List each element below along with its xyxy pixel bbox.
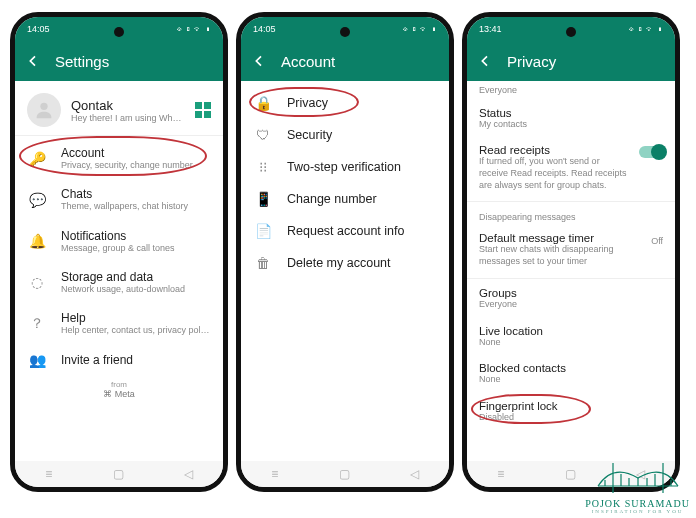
- item-title: Request account info: [287, 224, 437, 238]
- recent-icon[interactable]: ≡: [45, 467, 52, 481]
- qr-icon[interactable]: [195, 102, 211, 118]
- settings-item-storage[interactable]: ◌ Storage and data Network usage, auto-d…: [15, 262, 223, 303]
- status-time: 13:41: [479, 24, 502, 34]
- item-sub: Start new chats with disappearing messag…: [479, 244, 629, 267]
- item-title: Groups: [479, 287, 663, 299]
- page-title: Settings: [55, 53, 109, 70]
- from-meta: from ⌘ Meta: [15, 376, 223, 403]
- lock-icon: 🔒: [253, 95, 273, 111]
- account-item-delete[interactable]: 🗑 Delete my account: [241, 247, 449, 279]
- page-title: Account: [281, 53, 335, 70]
- key-icon: 🔑: [27, 151, 47, 167]
- privacy-item-groups[interactable]: Groups Everyone: [467, 281, 675, 319]
- meta-label: ⌘ Meta: [15, 389, 223, 399]
- people-icon: 👥: [27, 352, 47, 368]
- privacy-content: Everyone Status My contacts Read receipt…: [467, 81, 675, 461]
- privacy-item-default-timer[interactable]: Off Default message timer Start new chat…: [467, 226, 675, 275]
- item-sub: None: [479, 337, 663, 349]
- status-icons: ◎ ▯ ᯤ ▮: [403, 25, 437, 34]
- app-bar: Settings: [15, 41, 223, 81]
- from-label: from: [15, 380, 223, 389]
- settings-item-invite[interactable]: 👥 Invite a friend: [15, 344, 223, 376]
- account-item-change-number[interactable]: 📱 Change number: [241, 183, 449, 215]
- item-title: Invite a friend: [61, 353, 211, 367]
- privacy-item-live-location[interactable]: Live location None: [467, 319, 675, 357]
- data-icon: ◌: [27, 274, 47, 290]
- home-icon[interactable]: ▢: [565, 467, 576, 481]
- item-sub: If turned off, you won't send or receive…: [479, 156, 629, 191]
- account-item-two-step[interactable]: ⁝⁝ Two-step verification: [241, 151, 449, 183]
- privacy-top-cut[interactable]: Everyone: [467, 81, 675, 101]
- item-title: Blocked contacts: [479, 362, 663, 374]
- trash-icon: 🗑: [253, 255, 273, 271]
- privacy-item-status[interactable]: Status My contacts: [467, 101, 675, 139]
- item-title: Read receipts: [479, 144, 663, 156]
- item-title: Delete my account: [287, 256, 437, 270]
- item-title: Storage and data: [61, 270, 211, 284]
- back-icon[interactable]: [25, 53, 41, 69]
- privacy-item-blocked[interactable]: Blocked contacts None: [467, 356, 675, 394]
- profile-row[interactable]: Qontak Hey there! I am using WhatsA...: [15, 81, 223, 133]
- item-title: Notifications: [61, 229, 211, 243]
- camera-notch: [114, 27, 124, 37]
- profile-status: Hey there! I am using WhatsA...: [71, 113, 185, 123]
- profile-name: Qontak: [71, 98, 185, 113]
- item-title: Two-step verification: [287, 160, 437, 174]
- recent-icon[interactable]: ≡: [497, 467, 504, 481]
- back-icon[interactable]: [477, 53, 493, 69]
- item-sub: Everyone: [479, 299, 663, 311]
- android-navbar: ≡ ▢ ◁: [15, 461, 223, 487]
- privacy-item-fingerprint[interactable]: Fingerprint lock Disabled: [467, 394, 675, 432]
- pin-icon: ⁝⁝: [253, 159, 273, 175]
- item-title: Status: [479, 107, 663, 119]
- chat-icon: 💬: [27, 192, 47, 208]
- status-time: 14:05: [27, 24, 50, 34]
- item-title: Privacy: [287, 96, 437, 110]
- item-sub: None: [479, 374, 663, 386]
- item-title: Default message timer: [479, 232, 663, 244]
- item-sub: Privacy, security, change number: [61, 160, 211, 171]
- app-bar: Account: [241, 41, 449, 81]
- bell-icon: 🔔: [27, 233, 47, 249]
- android-navbar: ≡ ▢ ◁: [241, 461, 449, 487]
- settings-item-notifications[interactable]: 🔔 Notifications Message, group & call to…: [15, 221, 223, 262]
- settings-item-account[interactable]: 🔑 Account Privacy, security, change numb…: [15, 138, 223, 179]
- account-item-privacy[interactable]: 🔒 Privacy: [241, 81, 449, 119]
- item-sub: Message, group & call tones: [61, 243, 211, 254]
- item-title: Change number: [287, 192, 437, 206]
- watermark-sub: INSPIRATION FOR YOU: [585, 509, 690, 514]
- toggle-on[interactable]: [639, 146, 665, 158]
- svg-point-0: [40, 103, 47, 110]
- watermark-title: POJOK SURAMADU: [585, 498, 690, 509]
- back-nav-icon[interactable]: ◁: [184, 467, 193, 481]
- item-title: Security: [287, 128, 437, 142]
- settings-content: Qontak Hey there! I am using WhatsA... 🔑…: [15, 81, 223, 461]
- camera-notch: [566, 27, 576, 37]
- watermark: POJOK SURAMADU INSPIRATION FOR YOU: [585, 458, 690, 514]
- settings-item-help[interactable]: ？ Help Help center, contact us, privacy …: [15, 303, 223, 344]
- status-icons: ◎ ▯ ᯤ ▮: [629, 25, 663, 34]
- account-item-request-info[interactable]: 📄 Request account info: [241, 215, 449, 247]
- account-content: 🔒 Privacy 🛡 Security ⁝⁝ Two-step verific…: [241, 81, 449, 461]
- phone-privacy: 13:41 ◎ ▯ ᯤ ▮ Privacy Everyone Status My…: [462, 12, 680, 492]
- item-sub: My contacts: [479, 119, 663, 131]
- page-title: Privacy: [507, 53, 556, 70]
- home-icon[interactable]: ▢: [113, 467, 124, 481]
- value-off: Off: [651, 236, 663, 246]
- document-icon: 📄: [253, 223, 273, 239]
- account-item-security[interactable]: 🛡 Security: [241, 119, 449, 151]
- settings-item-chats[interactable]: 💬 Chats Theme, wallpapers, chat history: [15, 179, 223, 220]
- privacy-item-read-receipts[interactable]: Read receipts If turned off, you won't s…: [467, 138, 675, 199]
- app-bar: Privacy: [467, 41, 675, 81]
- item-title: Fingerprint lock: [479, 400, 663, 412]
- item-title: Live location: [479, 325, 663, 337]
- recent-icon[interactable]: ≡: [271, 467, 278, 481]
- item-title: Account: [61, 146, 211, 160]
- back-icon[interactable]: [251, 53, 267, 69]
- help-icon: ？: [27, 315, 47, 333]
- item-sub: Theme, wallpapers, chat history: [61, 201, 211, 212]
- back-nav-icon[interactable]: ◁: [410, 467, 419, 481]
- camera-notch: [340, 27, 350, 37]
- avatar-icon: [27, 93, 61, 127]
- home-icon[interactable]: ▢: [339, 467, 350, 481]
